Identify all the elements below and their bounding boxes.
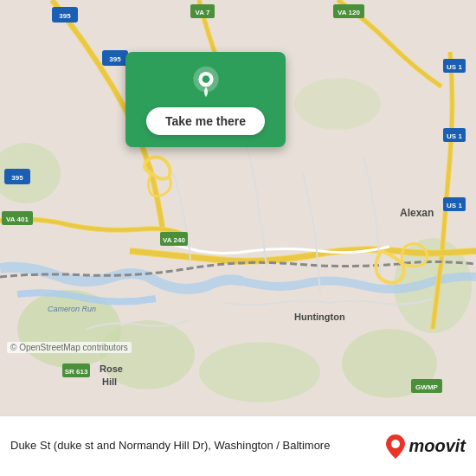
svg-text:VA 120: VA 120 bbox=[338, 9, 360, 16]
moovit-pin-icon bbox=[386, 434, 405, 459]
svg-text:VA 7: VA 7 bbox=[196, 9, 210, 16]
svg-text:VA 240: VA 240 bbox=[163, 236, 185, 244]
location-pin-icon bbox=[190, 66, 222, 99]
svg-text:Cameron Run: Cameron Run bbox=[48, 305, 96, 313]
copyright-notice: © OpenStreetMap contributors bbox=[7, 342, 132, 353]
info-bar: Duke St (duke st and Normandy Hill Dr), … bbox=[0, 415, 476, 476]
svg-text:Alexan: Alexan bbox=[400, 207, 434, 219]
svg-point-3 bbox=[199, 342, 320, 402]
svg-text:395: 395 bbox=[109, 55, 121, 63]
svg-text:VA 401: VA 401 bbox=[6, 215, 29, 223]
svg-text:Hill: Hill bbox=[102, 376, 117, 387]
location-card: Take me there bbox=[125, 52, 286, 147]
map-container: 395 395 395 VA 7 VA 120 US 1 US 1 US 1 V… bbox=[0, 0, 476, 415]
moovit-logo: moovit bbox=[386, 434, 466, 459]
svg-text:US 1: US 1 bbox=[447, 132, 462, 140]
svg-point-7 bbox=[294, 78, 381, 130]
svg-text:395: 395 bbox=[11, 174, 23, 182]
address-text: Duke St (duke st and Normandy Hill Dr), … bbox=[10, 438, 377, 453]
svg-text:395: 395 bbox=[59, 12, 71, 20]
svg-text:US 1: US 1 bbox=[447, 202, 462, 209]
svg-text:US 1: US 1 bbox=[447, 63, 462, 71]
svg-text:GWMP: GWMP bbox=[415, 383, 438, 391]
svg-text:Huntington: Huntington bbox=[294, 312, 345, 322]
moovit-brand-name: moovit bbox=[408, 436, 466, 456]
svg-point-40 bbox=[391, 440, 400, 448]
svg-point-39 bbox=[202, 75, 209, 83]
take-me-there-button[interactable]: Take me there bbox=[146, 107, 265, 135]
svg-text:Rose: Rose bbox=[100, 363, 123, 374]
svg-text:SR 613: SR 613 bbox=[65, 368, 88, 376]
